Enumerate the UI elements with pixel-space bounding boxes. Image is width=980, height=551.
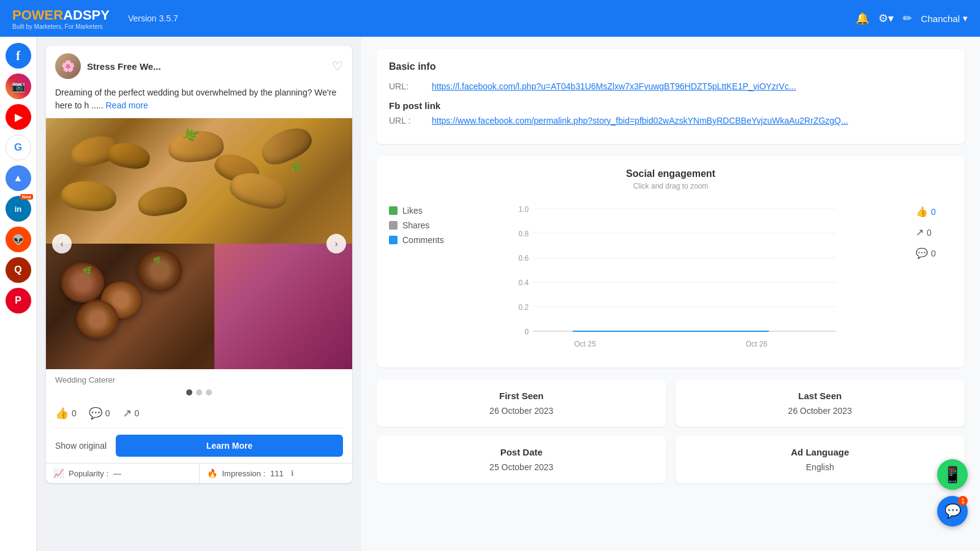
whatsapp-icon: 📱 bbox=[943, 465, 962, 484]
shares-count: ↗ 0 bbox=[123, 407, 140, 420]
fb-url-row: URL : https://www.facebook.com/permalink… bbox=[389, 116, 952, 126]
metadata-grid: First Seen 26 October 2023 Last Seen 26 … bbox=[377, 380, 965, 483]
svg-text:0.4: 0.4 bbox=[518, 279, 529, 287]
sidebar-item-linkedin[interactable]: in New bbox=[6, 196, 31, 222]
carousel-dot-3 bbox=[206, 389, 212, 395]
sidebar-item-adwords[interactable]: ▲ bbox=[6, 165, 31, 191]
sidebar-item-quora[interactable]: Q bbox=[6, 257, 31, 283]
pinterest-icon: P bbox=[15, 295, 21, 306]
social-engagement-section: Social engagement Click and drag to zoom… bbox=[377, 156, 965, 367]
popularity-stat: 📈 Popularity : — bbox=[46, 463, 200, 483]
whatsapp-button[interactable]: 📱 bbox=[937, 459, 968, 490]
facebook-icon: f bbox=[16, 49, 20, 63]
right-panel: Basic info URL: https://l.facebook.com/l… bbox=[361, 37, 980, 551]
chart-right-stats: 👍 0 ↗ 0 💬 0 bbox=[916, 200, 952, 355]
ad-category: Wedding Caterer bbox=[55, 375, 343, 384]
chart-share-icon: ↗ bbox=[916, 227, 924, 238]
url-link[interactable]: https://l.facebook.com/l.php?u=AT04b31U6… bbox=[432, 81, 796, 91]
sidebar-item-instagram[interactable]: 📷 bbox=[6, 73, 31, 99]
sidebar-item-reddit[interactable]: 👽 bbox=[6, 227, 31, 252]
sidebar-item-facebook[interactable]: f bbox=[6, 43, 31, 69]
chart-shares-count: ↗ 0 bbox=[916, 227, 932, 238]
header-right: 🔔 ⚙▾ ✏ Chanchal ▾ bbox=[856, 12, 968, 25]
engagement-chart: 1.0 0.8 0.6 0.4 0.2 0 bbox=[456, 200, 903, 353]
ad-card-header: 🌸 Stress Free We... ♡ bbox=[46, 46, 352, 86]
ad-card-header-left: 🌸 Stress Free We... bbox=[55, 53, 161, 79]
svg-text:Oct 26: Oct 26 bbox=[745, 340, 767, 348]
popularity-icon: 📈 bbox=[53, 468, 64, 478]
chat-badge: 1 bbox=[958, 496, 968, 506]
version-label: Version 3.5.7 bbox=[128, 13, 178, 23]
fb-url-link[interactable]: https://www.facebook.com/permalink.php?s… bbox=[432, 116, 848, 126]
content-area: 🌸 Stress Free We... ♡ Dreaming of the pe… bbox=[37, 37, 980, 551]
svg-text:Oct 25: Oct 25 bbox=[574, 340, 596, 348]
carousel-prev-button[interactable]: ‹ bbox=[52, 234, 72, 253]
legend-shares: Shares bbox=[389, 220, 444, 230]
settings-button[interactable]: ⚙▾ bbox=[878, 12, 894, 25]
comment-icon: 💬 bbox=[89, 407, 102, 420]
chart-container: Likes Shares Comments bbox=[389, 200, 952, 355]
post-date-title: Post Date bbox=[389, 447, 654, 457]
ad-panel: 🌸 Stress Free We... ♡ Dreaming of the pe… bbox=[37, 37, 361, 551]
ad-language-card: Ad Language English bbox=[676, 436, 965, 483]
legend-label-shares: Shares bbox=[402, 220, 429, 230]
legend-comments: Comments bbox=[389, 235, 444, 245]
edit-button[interactable]: ✏ bbox=[903, 12, 912, 25]
svg-text:1.0: 1.0 bbox=[518, 205, 529, 214]
quora-icon: Q bbox=[14, 264, 21, 276]
last-seen-card: Last Seen 26 October 2023 bbox=[676, 380, 965, 427]
basic-info-title: Basic info bbox=[389, 61, 952, 72]
sidebar-item-pinterest[interactable]: P bbox=[6, 288, 31, 313]
legend-likes: Likes bbox=[389, 206, 444, 216]
chat-button[interactable]: 💬 1 bbox=[937, 496, 968, 527]
first-seen-title: First Seen bbox=[389, 391, 654, 401]
carousel-dot-1 bbox=[186, 389, 192, 395]
share-icon: ↗ bbox=[123, 407, 132, 420]
new-badge: New bbox=[20, 194, 32, 200]
fb-post-link-title: Fb post link bbox=[389, 100, 952, 111]
chart-comment-icon: 💬 bbox=[916, 247, 928, 259]
impression-stat: 🔥 Impression : 111 ℹ bbox=[200, 463, 353, 483]
carousel-next-button[interactable]: › bbox=[326, 234, 346, 253]
adwords-icon: ▲ bbox=[13, 173, 23, 184]
last-seen-title: Last Seen bbox=[688, 391, 953, 401]
first-seen-card: First Seen 26 October 2023 bbox=[377, 380, 666, 427]
first-seen-value: 26 October 2023 bbox=[389, 406, 654, 416]
reddit-icon: 👽 bbox=[12, 234, 24, 246]
carousel-dot-2 bbox=[196, 389, 202, 395]
legend-dot-comments bbox=[389, 236, 398, 244]
fb-url-label: URL : bbox=[389, 116, 426, 126]
page-name: Stress Free We... bbox=[87, 61, 161, 72]
learn-more-button[interactable]: Learn More bbox=[116, 435, 343, 457]
read-more-link[interactable]: Read more bbox=[106, 100, 148, 110]
chart-subtitle: Click and drag to zoom bbox=[389, 182, 952, 190]
show-original-button[interactable]: Show original bbox=[55, 441, 107, 451]
ad-image: 🌿 🌿 🌿 bbox=[46, 118, 352, 369]
avatar: 🌸 bbox=[55, 53, 81, 79]
chart-title: Social engagement bbox=[389, 168, 952, 179]
thumbs-up-icon: 👍 bbox=[55, 407, 69, 420]
logo-spy: SPY bbox=[83, 7, 110, 23]
ad-card: 🌸 Stress Free We... ♡ Dreaming of the pe… bbox=[46, 46, 352, 483]
likes-thumb-icon: 👍 bbox=[916, 206, 928, 217]
stats-bar: 📈 Popularity : — 🔥 Impression : 111 ℹ bbox=[46, 463, 352, 483]
legend-label-comments: Comments bbox=[402, 235, 444, 245]
user-name[interactable]: Chanchal ▾ bbox=[921, 13, 968, 24]
comments-count: 💬 0 bbox=[89, 407, 110, 420]
main-container: f 📷 ▶ G ▲ in New 👽 Q P bbox=[0, 37, 980, 551]
notification-button[interactable]: 🔔 bbox=[856, 12, 869, 25]
ad-language-value: English bbox=[688, 462, 953, 472]
engagement-row: 👍 0 💬 0 ↗ 0 bbox=[55, 402, 343, 425]
logo-power: POWER bbox=[12, 7, 63, 23]
logo-subtitle: Built by Marketers, For Marketers bbox=[12, 23, 110, 30]
legend-dot-shares bbox=[389, 221, 398, 230]
header: POWERADSPY Built by Marketers, For Marke… bbox=[0, 0, 980, 37]
sidebar-item-youtube[interactable]: ▶ bbox=[6, 104, 31, 130]
post-date-card: Post Date 25 October 2023 bbox=[377, 436, 666, 483]
last-seen-value: 26 October 2023 bbox=[688, 406, 953, 416]
sidebar-item-google[interactable]: G bbox=[6, 135, 31, 160]
svg-text:0.6: 0.6 bbox=[518, 254, 529, 263]
carousel-dots bbox=[55, 389, 343, 395]
like-button[interactable]: ♡ bbox=[332, 59, 343, 73]
chart-legend: Likes Shares Comments bbox=[389, 200, 444, 355]
